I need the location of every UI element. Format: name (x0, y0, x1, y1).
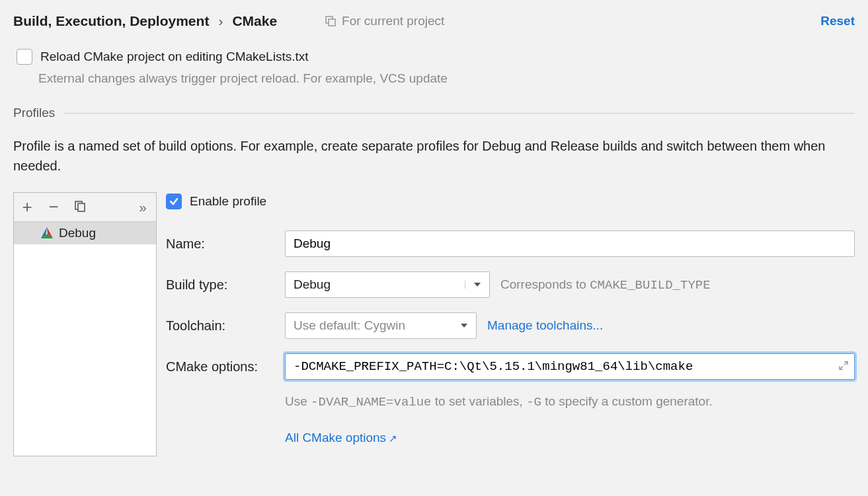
profile-form: Enable profile Name: Build type: Debug C… (166, 192, 855, 456)
all-cmake-options-link[interactable]: All CMake options (285, 431, 397, 444)
scope-hint-text: For current project (342, 14, 444, 28)
reload-checkbox-row[interactable]: Reload CMake project on editing CMakeLis… (13, 49, 855, 65)
breadcrumb: Build, Execution, Deployment › CMake (13, 13, 277, 29)
toolchain-row: Toolchain: Use default: Cygwin Manage to… (166, 312, 855, 339)
reload-checkbox[interactable] (17, 49, 32, 65)
copy-icon (325, 15, 336, 27)
build-type-select[interactable]: Debug (285, 271, 490, 298)
toolchain-label: Toolchain: (166, 318, 285, 334)
copy-profile-icon[interactable] (73, 199, 87, 216)
remove-profile-icon[interactable] (47, 197, 60, 217)
toolchain-select[interactable]: Use default: Cygwin (285, 312, 477, 339)
section-divider (64, 113, 855, 114)
chevron-down-icon (465, 281, 481, 289)
profiles-description: Profile is a named set of build options.… (13, 136, 855, 176)
breadcrumb-root[interactable]: Build, Execution, Deployment (13, 13, 209, 29)
reset-button[interactable]: Reset (820, 14, 855, 28)
profile-list-panel: Debug (13, 192, 157, 456)
name-label: Name: (166, 236, 285, 252)
enable-profile-checkbox[interactable] (166, 194, 182, 209)
profiles-section-header: Profiles (13, 106, 855, 120)
cmake-options-input[interactable] (285, 353, 855, 380)
cmake-icon (40, 227, 54, 240)
profile-item-label: Debug (59, 226, 96, 240)
build-type-row: Build type: Debug Corresponds to CMAKE_B… (166, 271, 855, 298)
name-row: Name: (166, 230, 855, 257)
cmake-options-label: CMake options: (166, 359, 285, 374)
manage-toolchains-link[interactable]: Manage toolchains... (487, 318, 603, 333)
settings-header: Build, Execution, Deployment › CMake For… (13, 13, 855, 29)
build-type-value: Debug (294, 277, 331, 292)
cmake-options-hint: Use -DVAR_NAME=value to set variables, -… (285, 392, 855, 412)
breadcrumb-leaf: CMake (232, 13, 277, 29)
toolchain-value: Use default: Cygwin (294, 318, 405, 333)
reload-checkbox-label: Reload CMake project on editing CMakeLis… (40, 50, 309, 64)
enable-profile-row[interactable]: Enable profile (166, 194, 855, 209)
expand-icon[interactable] (839, 361, 848, 372)
name-input[interactable] (285, 230, 855, 257)
chevron-down-icon (460, 322, 468, 330)
profile-toolbar (14, 193, 156, 222)
expand-toolbar-icon[interactable] (136, 199, 149, 216)
build-type-hint: Corresponds to CMAKE_BUILD_TYPE (500, 277, 711, 293)
profiles-title: Profiles (13, 106, 55, 120)
breadcrumb-separator: › (218, 13, 223, 29)
svg-rect-1 (329, 19, 335, 26)
scope-hint: For current project (325, 14, 444, 28)
enable-profile-label: Enable profile (190, 194, 266, 209)
svg-rect-3 (78, 203, 85, 211)
build-type-label: Build type: (166, 277, 285, 293)
add-profile-icon[interactable] (20, 197, 34, 217)
profile-list-item[interactable]: Debug (14, 222, 156, 244)
reload-note: External changes always trigger project … (38, 71, 855, 86)
cmake-options-row: CMake options: (166, 353, 855, 380)
